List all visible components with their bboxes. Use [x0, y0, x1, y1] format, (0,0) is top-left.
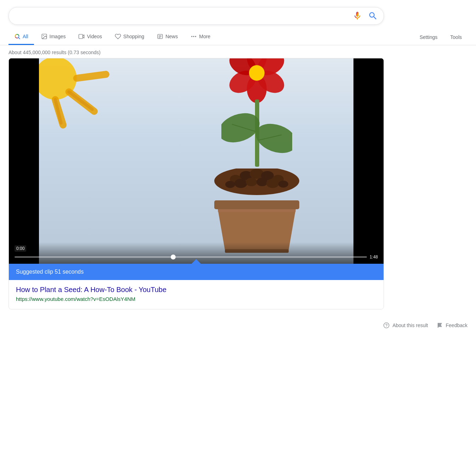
- svg-point-40: [234, 179, 247, 188]
- search-icons: [352, 11, 378, 21]
- svg-point-14: [193, 36, 194, 37]
- progress-bar[interactable]: [15, 256, 367, 258]
- progress-handle[interactable]: [171, 255, 176, 259]
- about-result-icon: [383, 322, 390, 329]
- svg-point-13: [191, 36, 192, 37]
- suggested-clip-bar: Suggested clip 51 seconds: [9, 264, 384, 280]
- results-info: About 445,000,000 results (0.73 seconds): [0, 45, 476, 58]
- time-start-badge: 0:00: [15, 245, 26, 252]
- svg-line-19: [76, 74, 106, 78]
- svg-marker-8: [83, 35, 84, 38]
- about-result-btn[interactable]: About this result: [383, 322, 428, 329]
- news-tab-icon: [157, 33, 163, 40]
- video-card: 0:00 1:48 Suggested clip 51 seconds How …: [8, 58, 384, 309]
- tab-images[interactable]: Images: [35, 29, 72, 45]
- search-icon[interactable]: [368, 11, 378, 21]
- svg-point-28: [249, 65, 265, 81]
- tab-videos[interactable]: Videos: [73, 29, 108, 45]
- svg-point-15: [195, 36, 196, 37]
- header: how to plant a seed: [0, 0, 476, 25]
- video-scene: [39, 58, 354, 264]
- tab-all[interactable]: All: [8, 29, 34, 45]
- svg-point-43: [266, 179, 279, 188]
- main-content: 0:00 1:48 Suggested clip 51 seconds How …: [0, 58, 476, 309]
- settings-link[interactable]: Settings: [414, 30, 443, 44]
- svg-point-45: [278, 181, 288, 188]
- tools-link[interactable]: Tools: [444, 30, 468, 44]
- svg-rect-51: [438, 323, 438, 328]
- progress-row[interactable]: 1:48: [15, 255, 378, 259]
- svg-line-21: [69, 92, 92, 110]
- svg-point-42: [256, 178, 268, 186]
- video-info: How to Plant a Seed: A How-To Book - You…: [9, 280, 384, 309]
- sun-svg: [39, 58, 110, 133]
- footer: About this result Feedback: [0, 315, 476, 336]
- images-tab-icon: [41, 33, 47, 40]
- microphone-icon[interactable]: [352, 11, 362, 21]
- stem-svg: [221, 99, 292, 170]
- tab-news[interactable]: News: [151, 29, 183, 45]
- tab-shopping[interactable]: Shopping: [109, 29, 150, 45]
- more-tab-icon: [191, 33, 197, 40]
- soil-svg: [207, 169, 306, 204]
- svg-point-44: [225, 181, 235, 188]
- search-bar: how to plant a seed: [8, 7, 384, 25]
- feedback-btn[interactable]: Feedback: [437, 322, 468, 329]
- all-tab-icon: [14, 33, 21, 40]
- svg-line-4: [18, 38, 19, 39]
- svg-rect-47: [218, 209, 296, 212]
- videos-tab-icon: [78, 33, 85, 40]
- svg-rect-46: [214, 200, 299, 209]
- svg-point-49: [384, 323, 389, 328]
- time-end-label: 1:48: [370, 255, 378, 259]
- svg-point-6: [43, 35, 44, 36]
- nav-settings: Settings Tools: [414, 30, 468, 44]
- shopping-tab-icon: [115, 33, 121, 40]
- clip-indicator: [191, 259, 201, 264]
- video-container[interactable]: 0:00 1:48: [9, 58, 384, 264]
- feedback-icon: [437, 322, 443, 329]
- flower-pot-scene: [207, 58, 306, 253]
- svg-rect-7: [79, 34, 83, 39]
- video-title[interactable]: How to Plant a Seed: A How-To Book - You…: [16, 286, 376, 294]
- flower-svg: [221, 58, 292, 103]
- svg-point-41: [246, 178, 257, 186]
- tab-more[interactable]: More: [185, 29, 216, 45]
- search-input[interactable]: how to plant a seed: [15, 12, 352, 20]
- video-url: https://www.youtube.com/watch?v=EsODAlsY…: [16, 296, 376, 302]
- nav-tabs: All Images Videos Shopping News: [0, 29, 476, 45]
